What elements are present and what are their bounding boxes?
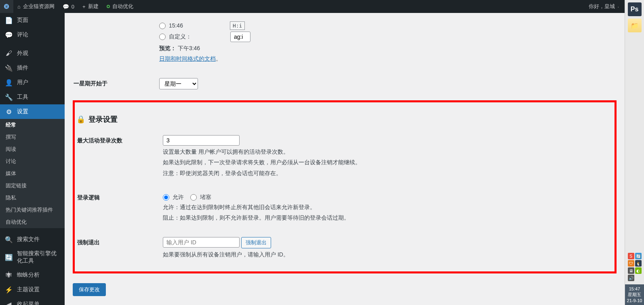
circle-icon xyxy=(107,5,110,8)
timefmt-radio-custom[interactable] xyxy=(159,34,166,40)
menu-collapse[interactable]: ◀收起菜单 xyxy=(0,297,65,305)
brush-icon: 🖌 xyxy=(5,49,13,57)
menu-tools[interactable]: 🔧工具 xyxy=(0,90,65,104)
login-settings-heading: 🔒 登录设置 xyxy=(76,114,613,124)
timefmt-option-custom[interactable]: 自定义： xyxy=(159,33,192,40)
comments-link[interactable]: 💬0 xyxy=(59,0,78,13)
comment-icon: 💬 xyxy=(63,4,69,10)
tray-security-icon[interactable]: 🛡 xyxy=(628,260,634,267)
auto-optimize[interactable]: 自动优化 xyxy=(103,0,137,13)
system-tray: Ps 📁 S 🔄 🛡 🐧 🖥 ◐ 🔊 15:47 星期五 21-9-10 xyxy=(625,0,644,305)
preview-value: 下午3:46 xyxy=(178,45,200,51)
menu-settings[interactable]: ⚙设置 xyxy=(0,104,65,119)
system-clock[interactable]: 15:47 星期五 21-9-10 xyxy=(625,284,644,305)
submenu-writing[interactable]: 撰写 xyxy=(0,131,65,143)
comment-icon: 💬 xyxy=(5,31,13,39)
tray-small-icons: S 🔄 🛡 🐧 🖥 ◐ 🔊 xyxy=(627,252,642,282)
plug-icon: 🔌 xyxy=(5,64,13,72)
logic-block[interactable]: 堵塞 xyxy=(190,194,211,201)
menu-theme[interactable]: ⚡主题设置 xyxy=(0,282,65,297)
max-login-desc2: 如果达到此限制，下一次登录请求将失败，用户必须从一台设备注销才能继续。 xyxy=(163,158,608,167)
tray-qq-icon[interactable]: 🐧 xyxy=(635,260,642,267)
menu-pages[interactable]: 📄页面 xyxy=(0,13,65,28)
datetime-doc-link[interactable]: 日期和时间格式的文档 xyxy=(159,55,216,62)
timefmt-custom-input[interactable] xyxy=(230,32,250,42)
force-logout-label: 强制退出 xyxy=(77,231,158,267)
admin-bar: 🅦 ⌂企业猫资源网 💬0 +新建 自动优化 你好，皇城 · xyxy=(0,0,625,13)
force-logout-input[interactable] xyxy=(163,237,240,248)
menu-seo[interactable]: 🔄智能搜索引擎优化工具 xyxy=(0,247,65,268)
week-start-label: 一星期开始于 xyxy=(74,72,154,95)
force-logout-button[interactable]: 强制退出 xyxy=(241,237,271,248)
spider-icon: 🕷 xyxy=(5,271,13,279)
save-button[interactable]: 保存更改 xyxy=(73,283,106,296)
sliders-icon: ⚙ xyxy=(5,108,13,116)
user-icon: 👤 xyxy=(5,78,13,87)
submenu-privacy[interactable]: 隐私 xyxy=(0,192,65,204)
menu-plugins[interactable]: 🔌插件 xyxy=(0,61,65,75)
menu-search-files[interactable]: 🔍搜索文件 xyxy=(0,232,65,247)
timefmt-radio-hi[interactable] xyxy=(159,23,166,29)
user-greeting[interactable]: 你好，皇城 · xyxy=(583,0,625,13)
menu-spider[interactable]: 🕷蜘蛛分析 xyxy=(0,268,65,282)
login-settings-highlight: 🔒 登录设置 最大活动登录次数 设置最大数量 用户帐户可以拥有的活动登录次数。 … xyxy=(73,100,617,273)
menu-comments[interactable]: 💬评论 xyxy=(0,28,65,42)
submenu-keywords[interactable]: 热门关键词推荐插件 xyxy=(0,204,65,216)
login-logic-label: 登录逻辑 xyxy=(77,186,158,230)
main-content: 15:46 H:i 自定义： 预览： 下午3:46 日期和时间格式的文档。 一星… xyxy=(65,13,625,305)
photoshop-icon[interactable]: Ps xyxy=(628,2,642,16)
logic-desc2: 阻止：如果达到限制，则不允许新登录。用户需要等待旧的登录会话过期。 xyxy=(163,213,608,222)
week-start-select[interactable]: 星期一 xyxy=(159,78,198,89)
plus-icon: + xyxy=(82,4,86,10)
lock-icon: 🔒 xyxy=(76,115,85,124)
max-login-desc1: 设置最大数量 用户帐户可以拥有的活动登录次数。 xyxy=(163,147,608,156)
tray-sync-icon[interactable]: 🔄 xyxy=(635,253,642,259)
submenu-media[interactable]: 媒体 xyxy=(0,167,65,180)
tray-sogou-icon[interactable]: S xyxy=(628,253,634,259)
force-logout-desc: 如果要强制从所有设备注销用户，请输入用户 ID。 xyxy=(163,250,608,259)
tray-monitor-icon[interactable]: 🖥 xyxy=(628,267,634,274)
seo-icon: 🔄 xyxy=(5,253,13,261)
collapse-icon: ◀ xyxy=(5,300,13,305)
timefmt-option-hi[interactable]: 15:46 xyxy=(159,22,183,29)
wp-logo[interactable]: 🅦 xyxy=(0,0,13,13)
site-home[interactable]: ⌂企业猫资源网 xyxy=(13,0,59,13)
submenu-permalinks[interactable]: 固定链接 xyxy=(0,180,65,192)
logic-allow-radio[interactable] xyxy=(163,194,169,201)
folder-icon[interactable]: 📁 xyxy=(628,19,642,32)
submenu-autooptimize[interactable]: 自动优化 xyxy=(0,216,65,228)
tray-volume-icon[interactable]: 🔊 xyxy=(628,275,634,281)
submenu-reading[interactable]: 阅读 xyxy=(0,143,65,155)
timefmt-code-hi: H:i xyxy=(230,21,245,30)
bolt-icon: ⚡ xyxy=(5,286,13,294)
settings-submenu: 经常 撰写 阅读 讨论 媒体 固定链接 隐私 热门关键词推荐插件 自动优化 xyxy=(0,119,65,228)
max-login-label: 最大活动登录次数 xyxy=(77,129,158,185)
submenu-discussion[interactable]: 讨论 xyxy=(0,155,65,167)
menu-users[interactable]: 👤用户 xyxy=(0,75,65,90)
submenu-general[interactable]: 经常 xyxy=(0,119,65,131)
site-name: 企业猫资源网 xyxy=(23,3,55,10)
search-icon: 🔍 xyxy=(5,235,13,244)
page-icon: 📄 xyxy=(5,16,13,24)
home-icon: ⌂ xyxy=(17,4,21,10)
preview-label: 预览： xyxy=(159,45,176,51)
logic-desc1: 允许：通过在达到限制时终止所有其他旧会话来允许新登录。 xyxy=(163,203,608,212)
wordpress-icon: 🅦 xyxy=(4,4,9,10)
logic-allow[interactable]: 允许 xyxy=(163,194,184,201)
wrench-icon: 🔧 xyxy=(5,93,13,101)
tray-nvidia-icon[interactable]: ◐ xyxy=(635,267,642,274)
new-content[interactable]: +新建 xyxy=(78,0,103,13)
menu-appearance[interactable]: 🖌外观 xyxy=(0,46,65,61)
max-login-input[interactable] xyxy=(163,135,240,146)
admin-sidebar: 📄页面 💬评论 🖌外观 🔌插件 👤用户 🔧工具 ⚙设置 经常 撰写 阅读 讨论 … xyxy=(0,13,65,305)
logic-block-radio[interactable] xyxy=(190,194,197,201)
max-login-desc3: 注意：即使浏览器关闭，登录会话也可能存在。 xyxy=(163,169,608,178)
